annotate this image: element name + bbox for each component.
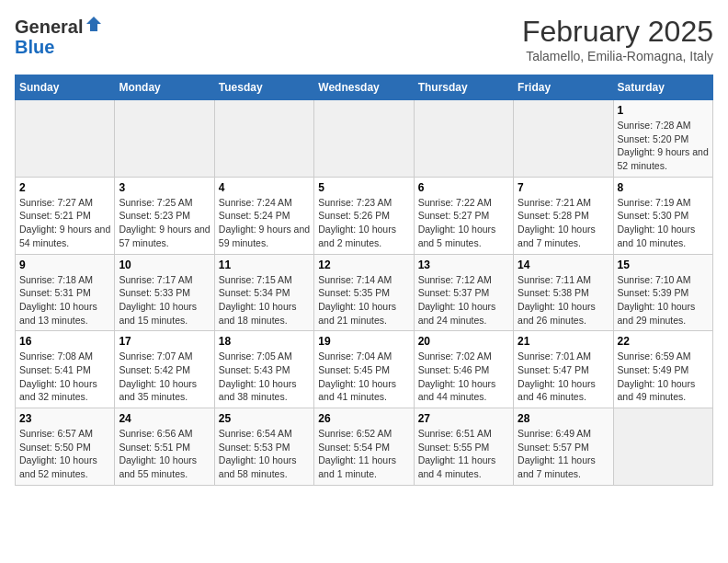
location-subtitle: Talamello, Emilia-Romagna, Italy: [522, 49, 713, 63]
day-number: 7: [518, 181, 609, 194]
day-number: 22: [618, 335, 709, 348]
calendar-cell: 3Sunrise: 7:25 AM Sunset: 5:23 PM Daylig…: [115, 177, 214, 254]
calendar-cell: 7Sunrise: 7:21 AM Sunset: 5:28 PM Daylig…: [514, 177, 613, 254]
day-number: 16: [19, 335, 110, 348]
calendar-cell: [214, 100, 313, 178]
calendar-cell: 24Sunrise: 6:56 AM Sunset: 5:51 PM Dayli…: [115, 408, 214, 486]
day-info: Sunrise: 7:23 AM Sunset: 5:26 PM Dayligh…: [318, 196, 409, 250]
day-info: Sunrise: 7:17 AM Sunset: 5:33 PM Dayligh…: [119, 273, 210, 327]
calendar-cell: 8Sunrise: 7:19 AM Sunset: 5:30 PM Daylig…: [613, 177, 712, 254]
day-number: 14: [518, 259, 609, 271]
day-number: 1: [618, 104, 709, 117]
day-number: 5: [318, 181, 409, 194]
weekday-header-thursday: Thursday: [414, 75, 513, 100]
day-info: Sunrise: 6:56 AM Sunset: 5:51 PM Dayligh…: [119, 427, 210, 481]
day-number: 20: [418, 335, 509, 348]
calendar-cell: 16Sunrise: 7:08 AM Sunset: 5:41 PM Dayli…: [16, 331, 115, 408]
day-number: 2: [19, 181, 110, 194]
calendar-cell: [314, 100, 414, 178]
calendar-cell: [414, 100, 513, 178]
day-number: 23: [19, 412, 110, 425]
day-info: Sunrise: 7:28 AM Sunset: 5:20 PM Dayligh…: [618, 119, 709, 173]
day-info: Sunrise: 6:49 AM Sunset: 5:57 PM Dayligh…: [518, 427, 609, 481]
day-info: Sunrise: 7:08 AM Sunset: 5:41 PM Dayligh…: [19, 350, 110, 404]
weekday-header-wednesday: Wednesday: [314, 75, 414, 100]
page-header: General Blue February 2025 Talamello, Em…: [15, 15, 713, 63]
weekday-header-monday: Monday: [115, 75, 214, 100]
calendar-cell: [613, 408, 712, 486]
day-info: Sunrise: 6:51 AM Sunset: 5:55 PM Dayligh…: [418, 427, 509, 481]
calendar-week-1: 1Sunrise: 7:28 AM Sunset: 5:20 PM Daylig…: [16, 100, 713, 178]
weekday-header-friday: Friday: [514, 75, 613, 100]
calendar-header: SundayMondayTuesdayWednesdayThursdayFrid…: [16, 75, 713, 100]
day-info: Sunrise: 7:11 AM Sunset: 5:38 PM Dayligh…: [518, 273, 609, 327]
day-number: 24: [119, 412, 210, 425]
day-number: 28: [518, 412, 609, 425]
calendar-cell: 11Sunrise: 7:15 AM Sunset: 5:34 PM Dayli…: [214, 254, 313, 331]
calendar-cell: 5Sunrise: 7:23 AM Sunset: 5:26 PM Daylig…: [314, 177, 414, 254]
calendar-cell: 22Sunrise: 6:59 AM Sunset: 5:49 PM Dayli…: [613, 331, 712, 408]
calendar-table: SundayMondayTuesdayWednesdayThursdayFrid…: [15, 75, 713, 486]
weekday-row: SundayMondayTuesdayWednesdayThursdayFrid…: [16, 75, 713, 100]
logo-blue: Blue: [15, 37, 54, 57]
calendar-cell: 19Sunrise: 7:04 AM Sunset: 5:45 PM Dayli…: [314, 331, 414, 408]
day-info: Sunrise: 7:27 AM Sunset: 5:21 PM Dayligh…: [19, 196, 110, 250]
logo-icon: [85, 15, 103, 33]
day-info: Sunrise: 7:14 AM Sunset: 5:35 PM Dayligh…: [318, 273, 409, 327]
day-info: Sunrise: 7:19 AM Sunset: 5:30 PM Dayligh…: [618, 196, 709, 250]
day-number: 11: [219, 259, 310, 271]
day-info: Sunrise: 7:12 AM Sunset: 5:37 PM Dayligh…: [418, 273, 509, 327]
calendar-cell: 23Sunrise: 6:57 AM Sunset: 5:50 PM Dayli…: [16, 408, 115, 486]
calendar-cell: 28Sunrise: 6:49 AM Sunset: 5:57 PM Dayli…: [514, 408, 613, 486]
logo: General Blue: [15, 15, 103, 57]
calendar-cell: 21Sunrise: 7:01 AM Sunset: 5:47 PM Dayli…: [514, 331, 613, 408]
calendar-cell: 15Sunrise: 7:10 AM Sunset: 5:39 PM Dayli…: [613, 254, 712, 331]
day-info: Sunrise: 6:57 AM Sunset: 5:50 PM Dayligh…: [19, 427, 110, 481]
calendar-week-5: 23Sunrise: 6:57 AM Sunset: 5:50 PM Dayli…: [16, 408, 713, 486]
day-number: 4: [219, 181, 310, 194]
day-number: 21: [518, 335, 609, 348]
calendar-cell: 2Sunrise: 7:27 AM Sunset: 5:21 PM Daylig…: [16, 177, 115, 254]
day-number: 18: [219, 335, 310, 348]
calendar-cell: [115, 100, 214, 178]
day-info: Sunrise: 7:05 AM Sunset: 5:43 PM Dayligh…: [219, 350, 310, 404]
day-info: Sunrise: 7:10 AM Sunset: 5:39 PM Dayligh…: [618, 273, 709, 327]
weekday-header-tuesday: Tuesday: [214, 75, 313, 100]
day-info: Sunrise: 6:59 AM Sunset: 5:49 PM Dayligh…: [618, 350, 709, 404]
day-info: Sunrise: 7:25 AM Sunset: 5:23 PM Dayligh…: [119, 196, 210, 250]
weekday-header-sunday: Sunday: [16, 75, 115, 100]
day-number: 26: [318, 412, 409, 425]
calendar-cell: 4Sunrise: 7:24 AM Sunset: 5:24 PM Daylig…: [214, 177, 313, 254]
calendar-week-4: 16Sunrise: 7:08 AM Sunset: 5:41 PM Dayli…: [16, 331, 713, 408]
day-info: Sunrise: 6:54 AM Sunset: 5:53 PM Dayligh…: [219, 427, 310, 481]
day-number: 6: [418, 181, 509, 194]
day-number: 13: [418, 259, 509, 271]
calendar-cell: 27Sunrise: 6:51 AM Sunset: 5:55 PM Dayli…: [414, 408, 513, 486]
calendar-cell: 10Sunrise: 7:17 AM Sunset: 5:33 PM Dayli…: [115, 254, 214, 331]
day-number: 3: [119, 181, 210, 194]
calendar-week-2: 2Sunrise: 7:27 AM Sunset: 5:21 PM Daylig…: [16, 177, 713, 254]
calendar-body: 1Sunrise: 7:28 AM Sunset: 5:20 PM Daylig…: [16, 100, 713, 486]
calendar-cell: 20Sunrise: 7:02 AM Sunset: 5:46 PM Dayli…: [414, 331, 513, 408]
calendar-week-3: 9Sunrise: 7:18 AM Sunset: 5:31 PM Daylig…: [16, 254, 713, 331]
calendar-cell: 17Sunrise: 7:07 AM Sunset: 5:42 PM Dayli…: [115, 331, 214, 408]
calendar-cell: 14Sunrise: 7:11 AM Sunset: 5:38 PM Dayli…: [514, 254, 613, 331]
calendar-cell: 13Sunrise: 7:12 AM Sunset: 5:37 PM Dayli…: [414, 254, 513, 331]
svg-marker-0: [86, 17, 101, 31]
day-number: 25: [219, 412, 310, 425]
calendar-cell: 12Sunrise: 7:14 AM Sunset: 5:35 PM Dayli…: [314, 254, 414, 331]
calendar-cell: 1Sunrise: 7:28 AM Sunset: 5:20 PM Daylig…: [613, 100, 712, 178]
day-number: 9: [19, 259, 110, 271]
day-info: Sunrise: 7:02 AM Sunset: 5:46 PM Dayligh…: [418, 350, 509, 404]
day-info: Sunrise: 7:01 AM Sunset: 5:47 PM Dayligh…: [518, 350, 609, 404]
calendar-cell: 26Sunrise: 6:52 AM Sunset: 5:54 PM Dayli…: [314, 408, 414, 486]
weekday-header-saturday: Saturday: [613, 75, 712, 100]
day-info: Sunrise: 6:52 AM Sunset: 5:54 PM Dayligh…: [318, 427, 409, 481]
day-info: Sunrise: 7:21 AM Sunset: 5:28 PM Dayligh…: [518, 196, 609, 250]
calendar-cell: 9Sunrise: 7:18 AM Sunset: 5:31 PM Daylig…: [16, 254, 115, 331]
day-info: Sunrise: 7:22 AM Sunset: 5:27 PM Dayligh…: [418, 196, 509, 250]
day-number: 19: [318, 335, 409, 348]
day-info: Sunrise: 7:18 AM Sunset: 5:31 PM Dayligh…: [19, 273, 110, 327]
day-info: Sunrise: 7:15 AM Sunset: 5:34 PM Dayligh…: [219, 273, 310, 327]
day-info: Sunrise: 7:04 AM Sunset: 5:45 PM Dayligh…: [318, 350, 409, 404]
